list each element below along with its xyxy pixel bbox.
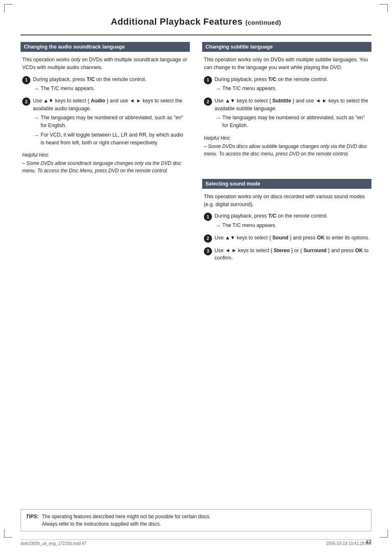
sound-arrow-icon-1: → bbox=[215, 222, 221, 230]
sound-mode-header: Selecting sound mode bbox=[202, 179, 371, 189]
subtitle-arrow-icon-2: → bbox=[215, 114, 221, 122]
audio-step-2-arrow-2: → For VCD, it will toggle between LL, LR… bbox=[34, 131, 188, 147]
tips-text-2: Always refer to the instructions supplie… bbox=[42, 520, 211, 528]
audio-step-2-arrow-1: → The languages may be numbered or abbre… bbox=[34, 114, 188, 130]
sound-step-3-content: Use ◄ ► keys to select { Stereo } or { S… bbox=[214, 247, 370, 262]
audio-language-header-text: Changing the audio soundtrack language bbox=[24, 44, 125, 50]
tips-box: TIPS: The operating features described h… bbox=[21, 509, 371, 531]
sound-step-2-content: Use ▲▼ keys to select { Sound } and pres… bbox=[214, 234, 370, 242]
subtitle-language-section: Changing subtitle language This operatio… bbox=[202, 42, 371, 164]
audio-hint-title: Helpful Hint: bbox=[22, 151, 188, 159]
corner-mark-bl bbox=[4, 529, 12, 538]
footer-bar: dvdr3300h_uk_eng_17233d.indd 47 2005-10-… bbox=[21, 539, 371, 546]
subtitle-language-body: This operation works only on DVDs with m… bbox=[202, 56, 371, 158]
title-continued: (continued) bbox=[245, 19, 281, 26]
audio-step-1-arrow-text: The T/C menu appears. bbox=[41, 85, 95, 93]
page-title: Additional Playback Features (continued) bbox=[21, 16, 371, 27]
subtitle-language-intro: This operation works only on DVDs with m… bbox=[204, 56, 370, 72]
audio-step-2-arrow-1-text: The languages may be numbered or abbrevi… bbox=[41, 114, 188, 130]
subtitle-hint-title: Helpful Hint: bbox=[204, 134, 370, 142]
subtitle-step-2-arrow-1: → The languages may be numbered or abbre… bbox=[215, 114, 370, 130]
subtitle-step-1-content: During playback, press T/C on the remote… bbox=[214, 76, 370, 93]
audio-step-2-arrow-2-text: For VCD, it will toggle between LL, LR a… bbox=[41, 131, 188, 147]
audio-language-intro: This operation works only on DVDs with m… bbox=[22, 56, 188, 72]
sound-step-1-arrow-text: The T/C menu appears. bbox=[222, 222, 277, 229]
sound-mode-body: This operation works only on discs recor… bbox=[202, 193, 371, 262]
sound-step-3-num: 3 bbox=[204, 247, 212, 255]
title-text: Additional Playback Features bbox=[111, 16, 243, 27]
subtitle-hint-text: – Some DVDs discs allow subtitle languag… bbox=[204, 143, 370, 158]
page: Additional Playback Features (continued)… bbox=[0, 0, 392, 554]
subtitle-language-header: Changing subtitle language bbox=[202, 42, 371, 52]
sound-mode-header-text: Selecting sound mode bbox=[205, 181, 260, 187]
corner-mark-tl bbox=[4, 4, 12, 12]
tips-text-1: The operating features described here mi… bbox=[42, 513, 211, 520]
arrow-icon-3: → bbox=[34, 131, 39, 139]
audio-step-2-num: 2 bbox=[22, 97, 30, 106]
subtitle-step-2-content: Use ▲▼ keys to select { Subtitle } and u… bbox=[214, 97, 370, 130]
title-divider bbox=[21, 35, 371, 35]
tips-label: TIPS: bbox=[26, 513, 39, 528]
sound-mode-intro: This operation works only on discs recor… bbox=[204, 193, 370, 209]
audio-step-2: 2 Use ▲▼ keys to select { Audio } and us… bbox=[22, 97, 188, 147]
audio-language-body: This operation works only on DVDs with m… bbox=[21, 56, 190, 174]
arrow-icon-2: → bbox=[34, 114, 39, 122]
sound-mode-section: Selecting sound mode This operation work… bbox=[202, 179, 371, 269]
corner-mark-br bbox=[380, 529, 388, 538]
right-column: Changing subtitle language This operatio… bbox=[202, 42, 371, 277]
subtitle-step-1-arrow: → The T/C menu appears. bbox=[215, 85, 370, 93]
subtitle-arrow-icon-1: → bbox=[215, 85, 221, 93]
subtitle-step-2-arrow-1-text: The languages may be numbered or abbrevi… bbox=[222, 114, 370, 130]
subtitle-step-2: 2 Use ▲▼ keys to select { Subtitle } and… bbox=[204, 97, 370, 130]
audio-hint-text: – Some DVDs allow soundtrack language ch… bbox=[22, 160, 188, 174]
audio-step-1: 1 During playback, press T/C on the remo… bbox=[22, 76, 188, 93]
subtitle-step-1-arrow-text: The T/C menu appears. bbox=[222, 85, 277, 93]
audio-step-1-arrow: → The T/C menu appears. bbox=[34, 85, 188, 93]
audio-step-1-content: During playback, press T/C on the remote… bbox=[33, 76, 188, 93]
arrow-icon-1: → bbox=[34, 85, 39, 93]
subtitle-language-header-text: Changing subtitle language bbox=[205, 44, 273, 50]
left-column: Changing the audio soundtrack language T… bbox=[21, 42, 190, 183]
sound-step-1-content: During playback, press T/C on the remote… bbox=[214, 212, 370, 229]
footer-left: dvdr3300h_uk_eng_17233d.indd 47 bbox=[21, 541, 86, 546]
sound-step-2-num: 2 bbox=[204, 234, 212, 243]
audio-step-2-content: Use ▲▼ keys to select { Audio } and use … bbox=[33, 97, 188, 147]
corner-mark-tr bbox=[380, 4, 388, 12]
subtitle-step-1-num: 1 bbox=[204, 76, 212, 84]
sound-step-1: 1 During playback, press T/C on the remo… bbox=[204, 212, 370, 229]
audio-helpful-hint: Helpful Hint: – Some DVDs allow soundtra… bbox=[22, 151, 188, 174]
sound-step-1-num: 1 bbox=[204, 213, 212, 221]
subtitle-step-2-num: 2 bbox=[204, 97, 212, 106]
tips-content: The operating features described here mi… bbox=[42, 513, 211, 528]
sound-step-2: 2 Use ▲▼ keys to select { Sound } and pr… bbox=[204, 234, 370, 243]
audio-language-header: Changing the audio soundtrack language bbox=[21, 42, 190, 52]
footer-right: 2005-10-19 10:41:28 AM bbox=[326, 541, 371, 546]
subtitle-helpful-hint: Helpful Hint: – Some DVDs discs allow su… bbox=[204, 134, 370, 158]
page-number: 47 bbox=[366, 539, 371, 545]
audio-language-section: Changing the audio soundtrack language T… bbox=[21, 42, 190, 174]
audio-step-1-num: 1 bbox=[22, 76, 30, 84]
sound-step-1-arrow: → The T/C menu appears. bbox=[215, 222, 370, 230]
content-area: Changing the audio soundtrack language T… bbox=[21, 42, 371, 277]
subtitle-step-1: 1 During playback, press T/C on the remo… bbox=[204, 76, 370, 93]
sound-step-3: 3 Use ◄ ► keys to select { Stereo } or {… bbox=[204, 247, 370, 262]
